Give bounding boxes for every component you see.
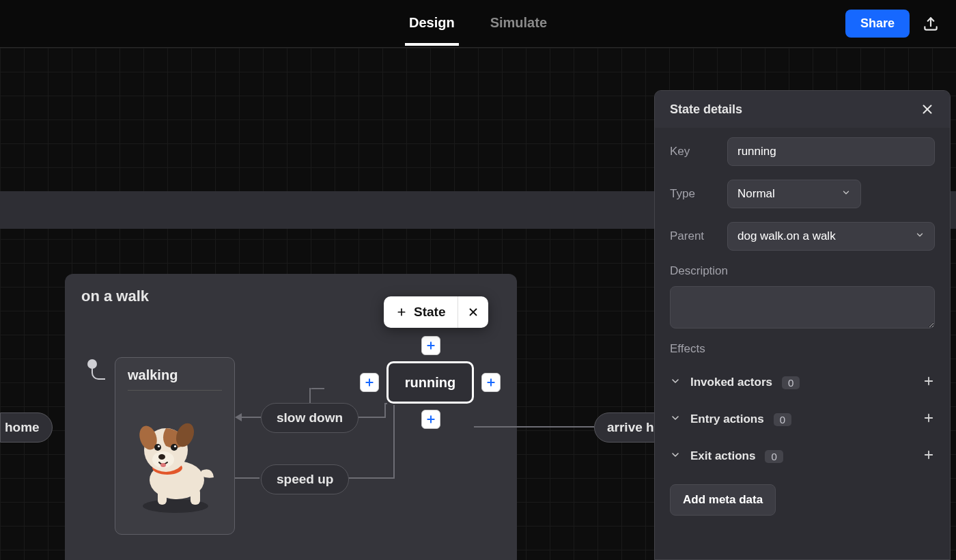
add-handle-top[interactable]: [421, 336, 440, 355]
svg-rect-4: [158, 490, 167, 505]
row-invoked-actors: Invoked actors 0: [670, 364, 935, 401]
popover-close[interactable]: [458, 296, 488, 328]
state-walking-title: walking: [128, 367, 222, 391]
effect-count-badge: 0: [774, 413, 791, 426]
chevron-down-icon[interactable]: [670, 412, 681, 426]
svg-point-14: [158, 445, 160, 447]
popover-add-state-label: State: [414, 305, 445, 320]
chevron-down-icon[interactable]: [670, 449, 681, 463]
panel-close-icon[interactable]: [920, 102, 935, 117]
row-type: Type Normal: [670, 180, 935, 208]
tab-design[interactable]: Design: [405, 1, 459, 46]
connector: [235, 477, 259, 479]
add-meta-data-button[interactable]: Add meta data: [670, 484, 776, 516]
chevron-down-icon[interactable]: [670, 376, 681, 389]
svg-point-12: [154, 444, 161, 451]
state-details-panel: State details Key Type Normal Parent dog…: [654, 90, 951, 560]
effect-name: Entry actions: [690, 412, 764, 426]
add-invoked-actor[interactable]: [923, 374, 935, 391]
chevron-down-icon: [915, 229, 925, 243]
select-parent-value: dog walk.on a walk: [737, 229, 836, 243]
row-description: Description: [670, 264, 935, 328]
state-walking-image: [128, 402, 223, 518]
connector: [242, 417, 261, 418]
svg-point-10: [158, 454, 165, 460]
tab-simulate[interactable]: Simulate: [486, 1, 551, 46]
select-type-value: Normal: [737, 187, 775, 201]
mode-tabs: Design Simulate: [405, 1, 551, 46]
row-exit-actions: Exit actions 0: [670, 438, 935, 475]
input-description[interactable]: [670, 286, 935, 328]
state-running-title: running: [405, 375, 455, 391]
add-state-popover: State: [384, 296, 488, 328]
initial-state-connector: [92, 366, 105, 380]
add-exit-action[interactable]: [923, 447, 935, 465]
label-type: Type: [670, 187, 727, 201]
transition-arrive-home-right[interactable]: arrive h: [594, 412, 659, 443]
popover-add-state[interactable]: State: [384, 296, 458, 328]
row-key: Key: [670, 137, 935, 166]
connector: [474, 426, 594, 428]
input-key[interactable]: [727, 137, 935, 166]
export-icon[interactable]: [922, 15, 940, 33]
connector: [393, 405, 395, 479]
svg-rect-3: [191, 488, 200, 505]
state-running[interactable]: running: [386, 361, 474, 404]
effect-name: Exit actions: [690, 449, 755, 463]
transition-slow-down[interactable]: slow down: [261, 403, 358, 433]
panel-title: State details: [670, 102, 742, 117]
label-description: Description: [670, 264, 728, 278]
svg-point-13: [171, 444, 178, 451]
connector: [311, 388, 324, 389]
connector: [384, 403, 386, 418]
select-parent[interactable]: dog walk.on a walk: [727, 222, 935, 251]
svg-point-15: [174, 445, 176, 447]
chevron-down-icon: [841, 187, 851, 201]
header-actions: Share: [845, 10, 940, 38]
state-walking[interactable]: walking: [115, 357, 235, 535]
app-header: Design Simulate Share: [0, 0, 956, 48]
label-effects: Effects: [670, 342, 935, 356]
share-button[interactable]: Share: [845, 10, 910, 38]
label-key: Key: [670, 145, 727, 158]
label-parent: Parent: [670, 229, 727, 243]
effect-count-badge: 0: [782, 376, 800, 389]
connector: [384, 403, 387, 404]
panel-body: Key Type Normal Parent dog walk.on a wal…: [655, 128, 950, 559]
connector-arrow: [235, 413, 242, 421]
transition-speed-up[interactable]: speed up: [261, 464, 349, 494]
row-entry-actions: Entry actions 0: [670, 401, 935, 438]
add-entry-action[interactable]: [923, 410, 935, 428]
row-parent: Parent dog walk.on a walk: [670, 222, 935, 251]
effect-name: Invoked actors: [690, 376, 772, 389]
add-handle-bottom[interactable]: [421, 410, 440, 429]
add-handle-left[interactable]: [360, 373, 379, 392]
transition-arrive-home-left[interactable]: home: [0, 412, 53, 443]
svg-point-11: [160, 463, 166, 467]
connector: [343, 477, 395, 479]
add-handle-right[interactable]: [481, 373, 501, 392]
select-type[interactable]: Normal: [727, 180, 861, 208]
panel-header: State details: [655, 91, 950, 128]
effect-count-badge: 0: [765, 450, 783, 463]
